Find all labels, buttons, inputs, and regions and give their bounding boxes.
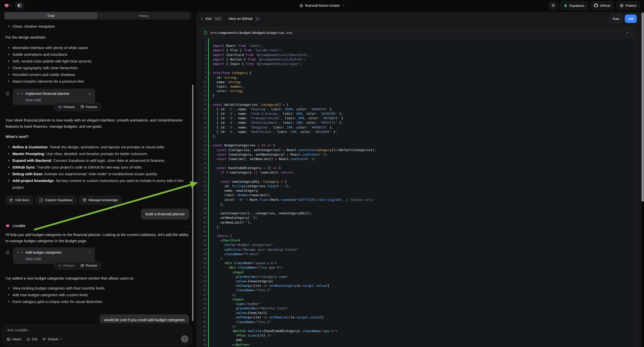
code-text: const BudgetCategories = () => { [206,143,275,148]
code-text: }; [206,202,224,206]
code-line: 23 [200,139,636,143]
code-text: placeholder="Monthly limit" [206,306,288,311]
bookmark-icon[interactable] [6,88,10,96]
line-number: 21 [200,130,206,134]
code-line: 46 title="Budget Categories" [200,243,636,247]
supabase-button[interactable]: Supabase [560,1,588,10]
code-line: 62 onChange={(e) => setNewLimit(e.target… [200,315,636,320]
code-text: > [206,256,222,261]
code-text: { id: '4', name: 'Entertainment', limit:… [206,120,343,125]
diff-added-bar [208,38,209,347]
code-text: if (!newCategory || !newLimit) return; [206,170,294,175]
line-number: 37 [200,202,206,206]
supabase-icon [564,4,567,8]
publish-button[interactable]: Publish [616,1,640,10]
code-text: const [newCategory, setNewCategory] = Re… [206,152,328,157]
code-line: 12 color: string; [200,89,636,93]
code-line: 40 setNewCategory(''); [200,216,636,220]
manage-knowledge-button[interactable]: Manage knowledge [79,196,122,204]
view-on-github-button[interactable]: View on GitHub G [228,17,260,21]
view-code-link[interactable]: View code [25,257,91,261]
code-line: 24const BudgetCategories = () => { [200,143,636,148]
restore-button[interactable]: Restore [56,262,77,268]
project-menu[interactable]: financial-future-creator [299,0,344,11]
code-text: { id: '1', name: 'Housing', limit: 1500,… [206,107,333,112]
bullet-item: Refine & Customize: Tweak the design, an… [12,144,189,150]
code-line: 63 className="flex-1" [200,320,636,324]
model-selector[interactable]: Default [42,337,62,341]
diff-toggle-button[interactable]: Diff [625,14,637,23]
chat-messages[interactable]: Clean, intuitive navigation For the desi… [0,22,195,323]
code-line: 21 { id: '6', name: 'Healthcare', limit:… [200,130,636,134]
preview-button[interactable]: Preview [78,262,99,268]
exit-button[interactable]: Exit esc [200,17,222,21]
bullet-item: Rounded corners and subtle shadows [12,71,189,78]
send-button[interactable] [181,335,188,343]
code-line: 38 [200,206,636,211]
chevron-left-icon [200,17,204,20]
code-text: return ( [206,234,232,238]
code-line: 59 type="number" [200,302,636,306]
line-number: 18 [200,116,206,120]
code-viewer[interactable]: 12import React from 'react';3import { Pl… [200,38,636,347]
code-text: const defaultCategories: Category[] = [ [206,102,288,107]
code-line: 60 placeholder="Monthly limit" [200,306,636,311]
line-number: 20 [200,125,206,130]
code-text [206,206,212,211]
chevron-up-icon [626,31,629,34]
raw-toggle-button[interactable]: Raw [609,14,623,23]
bullet-item: Master Prompting: Use clear, detailed, a… [12,150,189,157]
code-line: 49 > [200,256,636,261]
code-text: /> [206,324,236,329]
file-header[interactable]: src/components/budget/BudgetCategories.t… [200,27,636,38]
message-menu-button[interactable]: ... [184,224,189,228]
chat-input[interactable] [7,328,188,332]
code-text: subtitle="Manage your spending limits" [206,248,298,252]
code-line: 53 placeholder="Category name" [200,274,636,279]
code-text: color: string; [206,89,244,93]
version-block-2: < > Add budget categories View code Rest… [6,248,189,270]
collapse-file-button[interactable] [622,29,632,36]
code-line: 42 }; [200,225,636,229]
code-panel-area: Exit esc View on GitHub G Raw Diff src/c… [196,11,641,347]
line-number: 58 [200,297,206,302]
code-text: import ChartCard from '@/components/ui/C… [206,53,310,57]
added-features-list: View existing budget categories with the… [6,285,189,305]
line-number: 16 [200,107,206,112]
lovable-logo[interactable] [4,3,12,8]
edit-mode-button[interactable]: Edit [26,337,37,341]
gear-icon [551,4,555,8]
assistant-name: Lovable [12,224,26,228]
visit-docs-button[interactable]: Visit docs [6,196,33,204]
code-text: <div className="space-y-6"> [206,261,277,265]
code-line: 25 const [categories, setCategories] = R… [200,148,636,152]
github-button[interactable]: GitHub [590,1,614,10]
esc-key-badge: esc [214,17,222,21]
code-line: 11 limit: number; [200,84,636,89]
code-line: 8interface Category { [200,71,636,75]
attach-button[interactable]: Attach [7,337,22,341]
code-line: 17 { id: '2', name: 'Food & Dining', lim… [200,112,636,116]
preview-button[interactable]: Preview [78,104,99,110]
line-number: 66 [200,333,206,338]
toggle-sidebar-button[interactable] [15,1,24,10]
tab-history[interactable]: History [97,12,190,19]
restore-button[interactable]: Restore [56,104,77,110]
code-text: type="number" [206,302,262,306]
settings-button[interactable] [549,1,558,10]
explore-supabase-button[interactable]: Explore Supabase [36,196,76,204]
external-link-icon [80,264,84,267]
bookmark-icon[interactable] [6,248,10,254]
line-number: 42 [200,225,206,229]
chat-scrollbar[interactable] [192,85,194,321]
view-code-link[interactable]: View code [25,98,91,102]
chevron-down-icon [10,4,12,7]
package-icon [83,198,86,202]
code-line: 33 id: String(categories.length + 1), [200,184,636,188]
line-number: 35 [200,193,206,198]
code-scrollbar[interactable] [642,12,644,202]
tab-chat[interactable]: Chat [4,12,97,19]
code-line: 9 id: string; [200,76,636,80]
code-text: /> [206,293,236,297]
line-number: 19 [200,120,206,125]
